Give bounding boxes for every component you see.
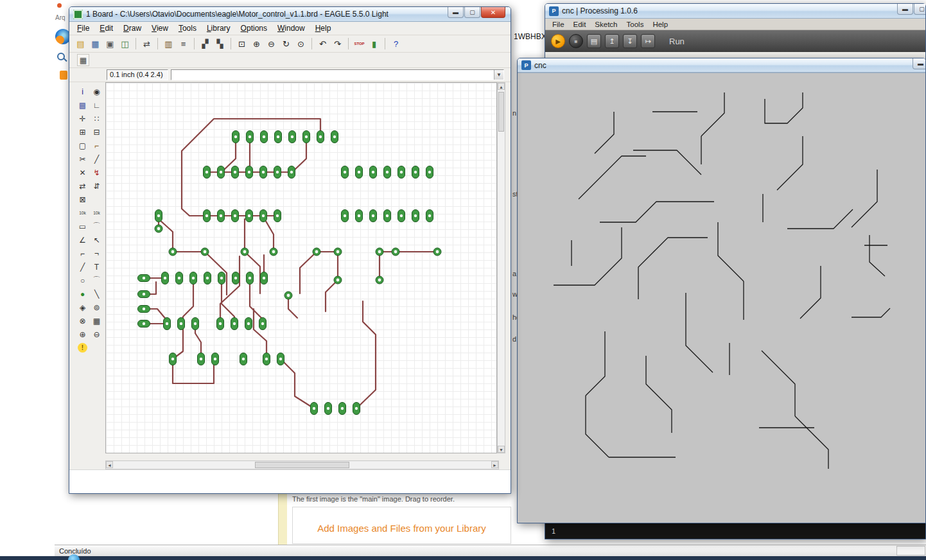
value-icon[interactable]: 10k xyxy=(76,207,89,219)
menu-edit[interactable]: Edit xyxy=(94,22,118,34)
save-icon[interactable]: ▦ xyxy=(89,37,102,51)
arc-icon[interactable]: ⌒ xyxy=(91,274,103,286)
zoom-in-icon[interactable]: ⊕ xyxy=(250,37,263,51)
chevron-down-icon[interactable]: ▼ xyxy=(494,70,503,80)
menu-window[interactable]: Window xyxy=(272,22,310,34)
vertical-scroll-thumb[interactable] xyxy=(498,92,504,132)
polygon-icon[interactable]: ● xyxy=(76,288,89,300)
export-button[interactable]: ↦ xyxy=(641,34,655,48)
delete-icon[interactable]: ✕ xyxy=(76,166,89,179)
search-icon[interactable] xyxy=(57,53,65,60)
eagle-close-button[interactable]: ✕ xyxy=(481,7,505,18)
horizontal-scrollbar[interactable]: ◄ ► xyxy=(105,460,499,469)
run-script-icon[interactable]: ≡ xyxy=(177,37,190,51)
vertical-scrollbar[interactable]: ▲ ▼ xyxy=(497,82,505,453)
show-icon[interactable]: ◉ xyxy=(91,85,103,98)
angle-icon[interactable]: ∠ xyxy=(76,234,89,246)
board-schematic-icon[interactable]: ⇄ xyxy=(140,37,153,51)
print-icon[interactable]: ▣ xyxy=(103,37,117,51)
command-combobox[interactable]: ▼ xyxy=(171,69,504,80)
status-scroll-chunk[interactable] xyxy=(896,546,925,556)
menu-draw[interactable]: Draw xyxy=(118,22,146,34)
scroll-up-icon[interactable]: ▲ xyxy=(498,83,505,90)
menu-view[interactable]: View xyxy=(146,22,173,34)
new-sketch-button[interactable]: ▤ xyxy=(587,34,601,48)
cnc-minimize-button[interactable]: ▬ xyxy=(913,58,925,69)
add-images-dropzone[interactable]: Add Images and Files from your Library xyxy=(292,507,511,544)
paste-icon[interactable]: ⊟ xyxy=(91,126,103,138)
via-icon[interactable]: ◈ xyxy=(76,301,89,313)
hole-icon[interactable]: ⊗ xyxy=(76,315,89,327)
horizontal-scroll-thumb[interactable] xyxy=(255,462,349,468)
eagle-command-area[interactable] xyxy=(69,469,511,493)
zoom-out-icon[interactable]: ⊖ xyxy=(265,37,278,51)
lock-icon[interactable]: ⊠ xyxy=(76,193,89,206)
move-icon[interactable]: ✛ xyxy=(76,112,89,125)
zoom-select-icon[interactable]: ⊙ xyxy=(294,37,308,51)
cnc-titlebar[interactable]: P cnc ▬ ▢ ✕ xyxy=(518,58,925,73)
open-sketch-button[interactable]: ↥ xyxy=(605,34,619,48)
go-icon[interactable]: ▮ xyxy=(367,37,381,51)
zoom-redraw-icon[interactable]: ↻ xyxy=(279,37,293,51)
menu-tools[interactable]: Tools xyxy=(173,22,202,34)
zoom2-in-icon[interactable]: ⊕ xyxy=(76,328,89,340)
menu-sketch[interactable]: Sketch xyxy=(590,20,622,29)
eagle-minimize-button[interactable]: ▬ xyxy=(448,7,464,18)
processing-maximize-button[interactable]: ▢ xyxy=(914,4,925,15)
mirror-icon[interactable]: ⇄ xyxy=(76,180,89,192)
pinswap-icon[interactable]: ⇵ xyxy=(91,180,103,192)
smash-icon[interactable]: ▭ xyxy=(76,220,89,232)
drc-icon[interactable]: ▚ xyxy=(213,37,227,51)
processing-minimize-button[interactable]: ▬ xyxy=(897,4,913,15)
info-icon[interactable]: i xyxy=(76,85,89,98)
feed-icon[interactable] xyxy=(60,71,67,80)
pad-icon[interactable]: ⊚ xyxy=(91,301,103,313)
scroll-right-icon[interactable]: ► xyxy=(491,461,498,468)
menu-help[interactable]: Help xyxy=(648,20,672,29)
open-folder-icon[interactable]: ▤ xyxy=(74,37,87,51)
menu-library[interactable]: Library xyxy=(202,22,236,34)
menu-edit[interactable]: Edit xyxy=(569,20,591,29)
select-icon[interactable]: ▢ xyxy=(76,139,89,152)
change-icon[interactable]: ⌐ xyxy=(91,139,103,152)
help-icon[interactable]: ? xyxy=(389,37,403,51)
group-icon[interactable]: ∷ xyxy=(91,112,103,125)
bend-left-icon[interactable]: ⌐ xyxy=(76,247,89,259)
scroll-left-icon[interactable]: ◄ xyxy=(106,461,113,468)
ratsnest-icon[interactable]: ▞ xyxy=(198,37,212,51)
circle-icon[interactable]: ○ xyxy=(76,274,89,286)
grid-button[interactable]: ▦ xyxy=(77,54,89,66)
probe-icon[interactable]: ↖ xyxy=(91,234,103,246)
menu-options[interactable]: Options xyxy=(236,22,272,34)
mark-icon[interactable]: ∟ xyxy=(91,99,103,111)
menu-file[interactable]: File xyxy=(548,20,569,29)
zoom-fit-icon[interactable]: ⊡ xyxy=(235,37,249,51)
value2-icon[interactable]: 10k xyxy=(91,207,103,219)
menu-file[interactable]: File xyxy=(72,22,94,34)
copy-icon[interactable]: ⊞ xyxy=(76,126,89,138)
cam-processor-icon[interactable]: ◫ xyxy=(118,37,132,51)
taskbar[interactable] xyxy=(0,556,926,560)
text-icon[interactable]: T xyxy=(91,261,103,273)
menu-tools[interactable]: Tools xyxy=(622,20,649,29)
add-icon[interactable]: ↯ xyxy=(91,166,103,179)
undo-icon[interactable]: ↶ xyxy=(316,37,329,51)
scroll-down-icon[interactable]: ▼ xyxy=(498,446,505,453)
line-icon[interactable]: ╲ xyxy=(91,288,103,300)
grid-alt-icon[interactable]: ▦ xyxy=(91,315,103,327)
zoom2-out-icon[interactable]: ⊖ xyxy=(91,328,103,340)
processing-titlebar[interactable]: P cnc | Processing 1.0.6 ▬ ▢ ✕ xyxy=(545,4,925,19)
wire-icon[interactable]: ╱ xyxy=(76,261,89,273)
cut-icon[interactable]: ✂ xyxy=(76,153,89,165)
errors-icon[interactable]: ! xyxy=(78,343,87,353)
bend-right-icon[interactable]: ¬ xyxy=(91,247,103,259)
stop-button[interactable]: ■ xyxy=(569,34,583,48)
run-button[interactable]: ▶ xyxy=(551,34,565,48)
save-sketch-button[interactable]: ↧ xyxy=(623,34,637,48)
menu-help[interactable]: Help xyxy=(310,22,336,34)
eagle-maximize-button[interactable]: ▢ xyxy=(464,7,480,18)
stop-icon[interactable]: STOP xyxy=(353,37,366,51)
miter-icon[interactable]: ⌒ xyxy=(91,220,103,232)
display-icon[interactable]: ▩ xyxy=(76,99,89,111)
redo-icon[interactable]: ↷ xyxy=(331,37,344,51)
